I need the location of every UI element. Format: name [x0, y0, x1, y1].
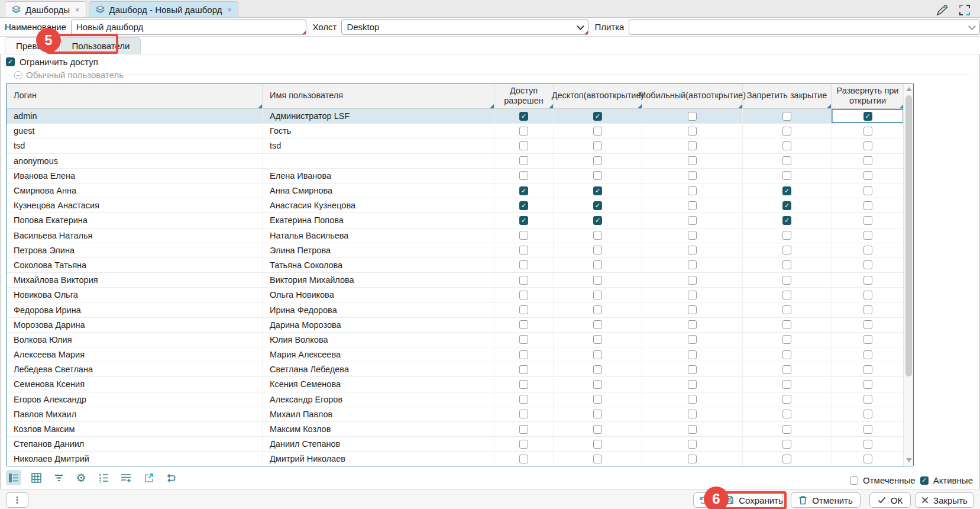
desktop-cell[interactable]: [554, 452, 642, 466]
mobile-checkbox[interactable]: [688, 305, 697, 314]
forbid-close-checkbox[interactable]: [782, 260, 791, 269]
access-checkbox[interactable]: [519, 305, 528, 314]
access-cell[interactable]: [494, 377, 554, 391]
access-cell[interactable]: [494, 288, 554, 302]
forbid-close-cell[interactable]: [743, 138, 832, 153]
access-checkbox[interactable]: [519, 216, 528, 225]
user-name-cell[interactable]: Даниил Степанов: [263, 437, 494, 451]
column-header[interactable]: Логин: [7, 83, 263, 108]
access-checkbox[interactable]: [519, 112, 528, 121]
mobile-cell[interactable]: [642, 422, 743, 436]
desktop-checkbox[interactable]: [593, 260, 602, 269]
forbid-close-checkbox[interactable]: [782, 320, 791, 329]
access-checkbox[interactable]: [519, 127, 528, 136]
desktop-cell[interactable]: [554, 347, 642, 362]
mobile-checkbox[interactable]: [688, 380, 697, 389]
login-cell[interactable]: Иванова Елена: [7, 169, 263, 183]
login-cell[interactable]: Соколова Татьяна: [7, 258, 263, 272]
desktop-checkbox[interactable]: [593, 186, 602, 195]
user-name-cell[interactable]: Администратор LSF: [263, 109, 494, 123]
tab-dashboards[interactable]: Дашборды ×: [5, 1, 86, 17]
marked-checkbox[interactable]: [850, 476, 858, 485]
mobile-checkbox[interactable]: [688, 246, 697, 254]
user-name-cell[interactable]: Ксения Семенова: [263, 377, 494, 391]
mobile-cell[interactable]: [642, 198, 743, 212]
expand-cell[interactable]: [832, 109, 904, 123]
login-cell[interactable]: Козлов Максим: [7, 422, 263, 436]
cancel-button[interactable]: Отменить: [791, 492, 861, 508]
desktop-checkbox[interactable]: [593, 380, 602, 389]
expand-checkbox[interactable]: [863, 276, 872, 285]
access-checkbox[interactable]: [519, 231, 528, 240]
desktop-cell[interactable]: [554, 333, 642, 347]
column-header[interactable]: Мобильный(автооткрытие): [642, 83, 743, 108]
desktop-cell[interactable]: [554, 138, 642, 153]
access-checkbox[interactable]: [519, 410, 528, 418]
user-name-cell[interactable]: Екатерина Попова: [263, 213, 494, 227]
login-cell[interactable]: tsd: [7, 138, 263, 153]
forbid-close-checkbox[interactable]: [782, 410, 791, 418]
desktop-cell[interactable]: [554, 288, 642, 302]
expand-cell[interactable]: [832, 377, 904, 391]
mobile-cell[interactable]: [642, 347, 743, 362]
table-row[interactable]: tsdtsd: [7, 138, 913, 153]
access-checkbox[interactable]: [519, 246, 528, 254]
mobile-checkbox[interactable]: [688, 455, 697, 463]
login-cell[interactable]: Лебедева Светлана: [7, 362, 263, 376]
settings-gear-icon[interactable]: ⚙: [73, 470, 89, 485]
scroll-down-icon[interactable]: [906, 458, 912, 462]
access-cell[interactable]: [494, 154, 554, 168]
expand-cell[interactable]: [832, 422, 904, 436]
table-row[interactable]: Алексеева МарияМария Алексеева: [7, 347, 913, 362]
table-row[interactable]: Морозова ДаринаДарина Морозова: [7, 318, 913, 333]
desktop-cell[interactable]: [554, 109, 642, 123]
expand-cell[interactable]: [832, 347, 904, 362]
mobile-checkbox[interactable]: [688, 112, 697, 121]
mobile-cell[interactable]: [642, 302, 743, 317]
expand-checkbox[interactable]: [863, 335, 872, 344]
login-cell[interactable]: guest: [7, 124, 263, 138]
user-name-cell[interactable]: Елена Иванова: [263, 169, 494, 183]
desktop-cell[interactable]: [554, 183, 642, 198]
forbid-close-checkbox[interactable]: [782, 425, 791, 434]
fullscreen-icon[interactable]: [958, 3, 972, 17]
login-cell[interactable]: Волкова Юлия: [7, 333, 263, 347]
login-cell[interactable]: anonymous: [7, 154, 263, 168]
expand-cell[interactable]: [832, 213, 904, 227]
forbid-close-cell[interactable]: [743, 422, 832, 436]
forbid-close-checkbox[interactable]: [782, 216, 791, 225]
forbid-close-checkbox[interactable]: [782, 350, 791, 359]
open-external-icon[interactable]: [141, 470, 156, 485]
access-checkbox[interactable]: [519, 201, 528, 210]
expand-checkbox[interactable]: [863, 127, 872, 136]
access-cell[interactable]: [494, 258, 554, 272]
access-cell[interactable]: [494, 392, 554, 407]
login-cell[interactable]: Морозова Дарина: [7, 318, 263, 332]
mobile-cell[interactable]: [642, 169, 743, 183]
table-row[interactable]: Волкова ЮлияЮлия Волкова: [7, 333, 913, 347]
user-name-cell[interactable]: Элина Петрова: [263, 243, 494, 257]
access-checkbox[interactable]: [519, 186, 528, 195]
table-row[interactable]: adminАдминистратор LSF: [7, 109, 913, 124]
forbid-close-checkbox[interactable]: [782, 112, 791, 121]
desktop-cell[interactable]: [554, 407, 642, 421]
login-cell[interactable]: admin: [7, 109, 263, 123]
mobile-cell[interactable]: [642, 273, 743, 287]
desktop-checkbox[interactable]: [593, 335, 602, 344]
access-cell[interactable]: [494, 318, 554, 332]
user-name-cell[interactable]: Ирина Федорова: [263, 302, 494, 317]
forbid-close-cell[interactable]: [743, 124, 832, 138]
desktop-cell[interactable]: [554, 169, 642, 183]
forbid-close-cell[interactable]: [743, 333, 832, 347]
desktop-checkbox[interactable]: [593, 305, 602, 314]
expand-checkbox[interactable]: [863, 231, 872, 240]
expand-cell[interactable]: [832, 154, 904, 168]
expand-cell[interactable]: [832, 169, 904, 183]
mobile-cell[interactable]: [642, 407, 743, 421]
expand-checkbox[interactable]: [863, 186, 872, 195]
edit-pencil-icon[interactable]: [935, 3, 949, 17]
forbid-close-checkbox[interactable]: [782, 141, 791, 150]
access-checkbox[interactable]: [519, 276, 528, 285]
forbid-close-cell[interactable]: [743, 392, 832, 407]
mobile-cell[interactable]: [642, 213, 743, 227]
